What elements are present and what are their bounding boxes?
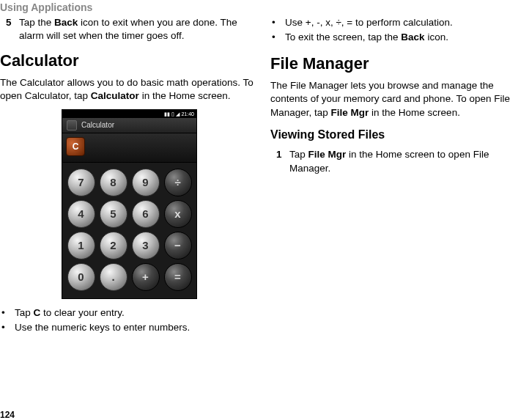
key-0[interactable]: 0 xyxy=(67,263,95,291)
key-÷[interactable]: ÷ xyxy=(164,169,192,196)
keypad: 789÷456x123−0.+= xyxy=(62,163,196,298)
key-.[interactable]: . xyxy=(100,263,127,291)
calc-display: C xyxy=(62,133,196,163)
file-mgr-label: File Mgr xyxy=(308,149,347,160)
viewing-stored-files-heading: Viewing Stored Files xyxy=(270,127,529,143)
step-number: 5 xyxy=(0,16,19,43)
calculator-icon xyxy=(67,120,77,130)
calculator-bullets: • Tap C to clear your entry. • Use the n… xyxy=(0,306,259,334)
text: To exit the screen, tap the Back icon. xyxy=(285,31,448,44)
text: in the Home screen. xyxy=(139,90,231,101)
signal-icon: ▮▮ xyxy=(164,111,170,117)
key-2[interactable]: 2 xyxy=(100,232,127,259)
key-−[interactable]: − xyxy=(164,232,192,259)
text: Tap C to clear your entry. xyxy=(15,306,125,320)
page-number: 124 xyxy=(0,410,15,420)
step-body: Tap the Back icon to exit when you are d… xyxy=(19,16,259,43)
text: icon. xyxy=(425,32,448,43)
bullet-icon: • xyxy=(0,306,15,320)
bullet-icon: • xyxy=(270,16,285,29)
text: To exit the screen, tap the xyxy=(285,32,401,43)
file-manager-intro: The File Manager lets you browse and man… xyxy=(270,79,529,119)
calculator-intro: The Calculator allows you to do basic ma… xyxy=(0,76,259,103)
back-label: Back xyxy=(54,17,78,28)
network-icon: ◢ xyxy=(176,111,180,117)
key-4[interactable]: 4 xyxy=(67,200,95,228)
back-label: Back xyxy=(401,32,424,43)
battery-icon: ▯ xyxy=(171,111,174,117)
step-number: 1 xyxy=(270,148,289,174)
text: Tap the xyxy=(19,17,54,28)
key-1[interactable]: 1 xyxy=(67,232,95,259)
app-title: Calculator xyxy=(81,120,114,130)
key-8[interactable]: 8 xyxy=(100,169,127,196)
key-9[interactable]: 9 xyxy=(132,169,160,196)
key-3[interactable]: 3 xyxy=(132,232,160,259)
key-x[interactable]: x xyxy=(164,200,192,228)
file-manager-heading: File Manager xyxy=(270,53,529,75)
calc-op-bullets: • Use +, -, x, ÷, = to perform calculati… xyxy=(270,16,529,44)
page-header: Using Applications xyxy=(0,0,529,16)
key-6[interactable]: 6 xyxy=(132,200,160,228)
step-5: 5 Tap the Back icon to exit when you are… xyxy=(0,16,259,43)
left-column: 5 Tap the Back icon to exit when you are… xyxy=(0,16,259,336)
status-bar: ▮▮ ▯ ◢ 21:40 xyxy=(62,110,196,118)
key-+[interactable]: + xyxy=(132,263,160,291)
c-key-label: C xyxy=(34,307,41,318)
text: to clear your entry. xyxy=(40,307,125,318)
text: Use +, -, x, ÷, = to perform calculation… xyxy=(285,16,453,29)
key-=[interactable]: = xyxy=(164,263,192,291)
calculator-screenshot: ▮▮ ▯ ◢ 21:40 Calculator C 789÷456x123−0.… xyxy=(0,109,259,299)
calculator-label: Calculator xyxy=(91,90,139,101)
phone-frame: ▮▮ ▯ ◢ 21:40 Calculator C 789÷456x123−0.… xyxy=(62,109,197,299)
text: Use the numeric keys to enter numbers. xyxy=(15,321,190,334)
clear-button[interactable]: C xyxy=(66,137,85,156)
text: in the Home screen. xyxy=(369,107,460,118)
list-item: • Use +, -, x, ÷, = to perform calculati… xyxy=(270,16,529,29)
right-column: • Use +, -, x, ÷, = to perform calculati… xyxy=(270,16,529,336)
key-7[interactable]: 7 xyxy=(67,169,95,196)
list-item: • Tap C to clear your entry. xyxy=(0,306,259,320)
list-item: • To exit the screen, tap the Back icon. xyxy=(270,31,529,44)
calculator-heading: Calculator xyxy=(0,50,259,72)
step-body: Tap File Mgr in the Home screen to open … xyxy=(289,148,529,174)
step-1: 1 Tap File Mgr in the Home screen to ope… xyxy=(270,148,529,174)
clock: 21:40 xyxy=(181,111,194,117)
text: Tap xyxy=(15,307,34,318)
bullet-icon: • xyxy=(0,321,15,334)
key-5[interactable]: 5 xyxy=(100,200,127,228)
text: Tap xyxy=(289,149,308,160)
file-mgr-label: File Mgr xyxy=(331,107,369,118)
list-item: • Use the numeric keys to enter numbers. xyxy=(0,321,259,334)
app-titlebar: Calculator xyxy=(62,118,196,133)
bullet-icon: • xyxy=(270,31,285,44)
